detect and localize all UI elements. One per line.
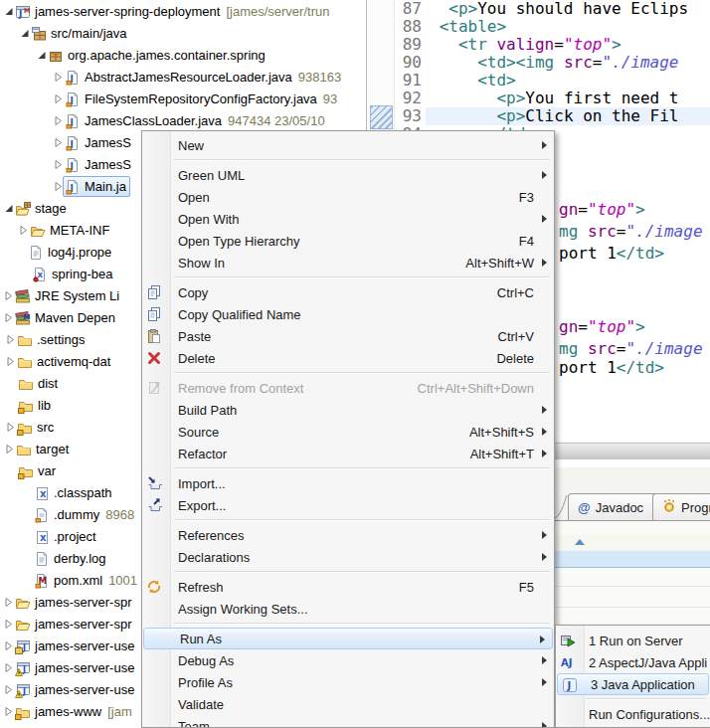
tree-item-content: src/main/java xyxy=(29,23,131,44)
tree-item-decorator: 947434 23/05/10 xyxy=(228,113,325,128)
context-menu-item-paste[interactable]: PasteCtrl+V xyxy=(142,325,554,347)
context-menu-separator xyxy=(142,516,554,524)
pkg-icon xyxy=(48,48,64,64)
tree-item-label: dist xyxy=(38,376,58,391)
code-line-fragment: mg src="./image xyxy=(559,340,703,358)
context-menu-item-open-with[interactable]: Open With xyxy=(142,208,554,230)
line-number: 92 xyxy=(394,90,422,107)
tree-item-content: Jjames-server-use xyxy=(13,679,138,700)
context-menu-item-run-as[interactable]: Run As xyxy=(143,628,553,649)
menu-item-label: Paste xyxy=(178,329,211,344)
context-menu-item-copy[interactable]: CopyCtrl+C xyxy=(142,281,554,303)
code-token: "top" xyxy=(588,200,635,219)
txtfile-icon xyxy=(34,551,50,567)
code-line-fragment: port 1</td> xyxy=(559,245,664,263)
code-token: "./image xyxy=(625,222,702,241)
tree-item-org-apache-james-container-spring[interactable]: org.apache.james.container.spring xyxy=(0,44,366,66)
tree-item-filesystemrepositoryconfigfactory-java[interactable]: JFileSystemRepositoryConfigFactory.java9… xyxy=(0,88,366,109)
context-menu-item-new[interactable]: New xyxy=(142,134,554,156)
code-token: "top" xyxy=(588,317,635,336)
code-token xyxy=(430,89,496,107)
menu-item-accelerator: F4 xyxy=(499,234,534,249)
tree-item-label: .classpath xyxy=(54,485,112,500)
context-menu-item-export[interactable]: Export... xyxy=(142,494,554,516)
tree-item-label: JamesClassLoader.java xyxy=(85,113,222,128)
view-tab-progre[interactable]: Progre xyxy=(652,493,710,520)
context-menu-item-refactor[interactable]: RefactorAlt+Shift+T xyxy=(142,443,554,464)
tree-item-label: james-server-use xyxy=(35,638,134,653)
menu-item-label: Team xyxy=(178,719,210,728)
svg-text:M: M xyxy=(24,313,31,321)
tree-item-decorator: 93 xyxy=(323,91,337,106)
tree-item-content: stage xyxy=(13,198,71,219)
tree-item-content: var xyxy=(16,460,60,481)
tree-item-src-main-java[interactable]: src/main/java xyxy=(0,22,366,44)
tree-item-label: org.apache.james.container.spring xyxy=(68,48,266,63)
tree-item-label: JRE System Li xyxy=(35,288,119,303)
jfile-icon: J xyxy=(65,70,81,86)
tree-item-jamesclassloader-java[interactable]: JJamesClassLoader.java947434 23/05/10 xyxy=(0,109,366,131)
copy-icon xyxy=(146,284,162,300)
context-menu-item-profile-as[interactable]: Profile As xyxy=(142,671,554,693)
xmlfile-icon: x xyxy=(32,267,48,282)
context-menu-item-green-uml[interactable]: Green UML xyxy=(142,164,554,186)
tree-item-decorator: 938163 xyxy=(298,70,341,85)
context-menu-item-validate[interactable]: Validate xyxy=(142,693,554,715)
context-menu-item-open-type-hierarchy[interactable]: Open Type HierarchyF4 xyxy=(142,230,554,252)
tree-item-label: james-server-use xyxy=(35,660,134,675)
context-menu-item-import[interactable]: Import... xyxy=(142,472,554,494)
tree-item-label: META-INF xyxy=(50,223,109,238)
context-menu-item-open[interactable]: OpenF3 xyxy=(142,186,554,208)
context-menu-item-debug-as[interactable]: Debug As xyxy=(142,649,554,671)
menu-item-label: Run As xyxy=(180,632,222,646)
tree-item-content: Jjames-server-use xyxy=(13,636,138,656)
context-menu-item-source[interactable]: SourceAlt+Shift+S xyxy=(142,421,554,443)
tree-item-content: Mpom.xml1001 xyxy=(32,570,141,591)
tree-item-label: spring-bea xyxy=(52,267,112,281)
code-token: <p> xyxy=(448,0,477,18)
line-number: 87 xyxy=(394,0,422,18)
line-number: 91 xyxy=(394,72,422,90)
svg-text:J: J xyxy=(22,664,26,673)
context-menu-item-show-in[interactable]: Show InAlt+Shift+W xyxy=(142,252,554,273)
lib-icon xyxy=(15,288,31,304)
folder-icon xyxy=(17,332,33,348)
tree-item-abstractjamesresourceloader-java[interactable]: JAbstractJamesResourceLoader.java938163 xyxy=(0,66,366,88)
context-menu-item-remove-from-context[interactable]: Remove from ContextCtrl+Alt+Shift+Down xyxy=(142,377,554,399)
context-menu-item-refresh[interactable]: RefreshF5 xyxy=(142,576,554,598)
line-number: 90 xyxy=(394,54,422,72)
txtfile-icon xyxy=(28,245,44,261)
tree-item-content: x.project xyxy=(32,526,100,547)
line-number: 93 xyxy=(394,107,422,125)
menu-item-accelerator: Delete xyxy=(476,351,534,366)
tree-item-label: james-server-use xyxy=(35,682,134,697)
code-token: "./image xyxy=(602,53,678,72)
submenu-item-2-aspectj-java-appli[interactable]: AJ2 AspectJ/Java Appli xyxy=(556,651,710,673)
context-menu-item-declarations[interactable]: Declarations xyxy=(142,546,554,568)
svg-text:x: x xyxy=(38,270,44,279)
menu-item-label: Refresh xyxy=(178,580,224,595)
context-menu-item-team[interactable]: Team xyxy=(142,715,554,728)
import-icon xyxy=(146,475,162,491)
submenu-item-1-run-on-server[interactable]: 1 Run on Server xyxy=(556,630,710,651)
tree-item-james-server-spring-deployment[interactable]: MJjames-server-spring-deployment[james/s… xyxy=(0,0,366,22)
tree-item-content: META-INF xyxy=(28,220,113,241)
prjlock-icon: J xyxy=(15,638,31,654)
context-menu-item-copy-qualified-name[interactable]: Copy Qualified Name xyxy=(142,303,554,325)
code-token: = xyxy=(578,200,588,219)
submenu-item-run-configurations[interactable]: Run Configurations... xyxy=(556,703,710,725)
prj-icon: MJ xyxy=(15,4,31,20)
menu-item-label: Assign Working Sets... xyxy=(178,602,308,617)
context-menu-item-assign-working-sets[interactable]: Assign Working Sets... xyxy=(142,598,554,620)
folder-icon xyxy=(18,376,34,392)
code-line-fragment: mg src="./image xyxy=(559,223,703,241)
code-token: = xyxy=(617,339,626,358)
context-menu-item-build-path[interactable]: Build Path xyxy=(142,399,554,421)
submenu-item-3-java-application[interactable]: J3 Java Application xyxy=(557,673,709,695)
txtfileb-icon xyxy=(34,507,50,523)
context-menu-item-delete[interactable]: DeleteDelete xyxy=(142,347,554,369)
context-menu-item-references[interactable]: References xyxy=(142,524,554,546)
code-token: > xyxy=(635,317,645,336)
sort-ascending-icon xyxy=(575,539,585,545)
svg-text:M: M xyxy=(24,6,30,14)
